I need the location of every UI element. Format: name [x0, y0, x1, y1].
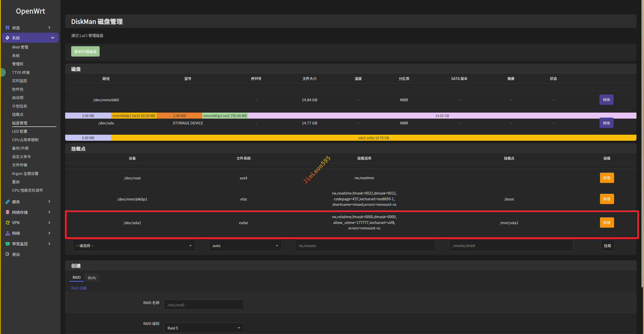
- partition-bar-sda: 4.00 MBsda1 exfat 14.76 GB: [65, 135, 636, 141]
- mount-device: /dev/root: [65, 175, 199, 180]
- submenu-item-11[interactable]: CPU占用率限制: [1, 135, 60, 144]
- partition-segment: 3.98 MB: [65, 113, 111, 119]
- partition-segment: sda1 exfat 14.76 GB: [111, 135, 636, 141]
- page-header: DiskMan 磁盘管理: [65, 14, 636, 28]
- raid-create-subtitle: RAID 创建: [71, 285, 87, 291]
- disk-temp: -: [336, 120, 381, 125]
- modify-disk-button[interactable]: 修改: [599, 94, 614, 105]
- mount-form: -- 请选择 -- auto 挂载: [65, 237, 636, 255]
- submenu-item-6[interactable]: 启动项: [1, 93, 60, 102]
- partition-segment: mmcblk0p2 ext2 750.00 MB: [202, 113, 248, 119]
- submenu-item-10[interactable]: LED 配置: [1, 127, 60, 135]
- disk-sata: -: [427, 120, 492, 125]
- dashboard-icon: [5, 25, 10, 30]
- mount-device: /dev/mmcblk0p1: [65, 196, 199, 202]
- raid-level-select[interactable]: Raid 5: [164, 323, 244, 333]
- partition-segment: 14.05 GB: [248, 113, 636, 119]
- disk-size: 14.77 GB: [284, 120, 336, 125]
- partition-segment: 4.00 MB: [65, 135, 111, 141]
- globe-lock-icon: [5, 220, 10, 225]
- sidebar-group-2[interactable]: VPN: [1, 217, 60, 228]
- sidebar-group-3[interactable]: 网络: [1, 228, 60, 238]
- submenu-item-15[interactable]: Argon 主题设置: [1, 169, 60, 178]
- mount-point-input[interactable]: [449, 240, 573, 251]
- umount-button[interactable]: 卸载: [600, 173, 614, 183]
- submenu-item-4[interactable]: 实时监控: [1, 76, 60, 85]
- database-icon: [5, 210, 10, 214]
- scrollbar-thumb[interactable]: [641, 0, 643, 287]
- mount-options-input[interactable]: [295, 240, 435, 251]
- submenu-item-17[interactable]: CPU 性能优化调节: [1, 186, 60, 195]
- table-row-mount-mmcblk0p1: /dev/mmcblk0p1 vfat rw,noatime,fmask=002…: [65, 186, 636, 212]
- sidebar-item-status[interactable]: 状态: [1, 22, 60, 33]
- rescan-section: 重新扫描磁盘: [65, 44, 636, 61]
- mounts-table-spacer: [65, 163, 636, 169]
- submenu-item-1[interactable]: 系统: [1, 51, 60, 60]
- disk-serial: -: [229, 97, 284, 102]
- disk-status: -: [530, 120, 577, 125]
- openwrt-logo: OpenWrt: [1, 0, 60, 21]
- mount-point: /boot: [441, 196, 577, 202]
- submenu-item-0[interactable]: Web 管理: [1, 43, 60, 51]
- partition-segment: 2.00 MB: [157, 113, 202, 119]
- create-section-title: 创建: [65, 260, 636, 270]
- disk-path: /dev/sda: [65, 120, 147, 125]
- gears-icon: [5, 199, 10, 204]
- raid-level-label: RAID 级别: [65, 313, 159, 333]
- table-row-mount-root: /dev/root ext4 rw,noatime 卸载: [65, 169, 636, 186]
- chevron-right-icon: [48, 232, 51, 234]
- system-submenu: Web 管理系统管理权TTYD 终端实时监控软件包启动项计划任务挂载点磁盘管理L…: [1, 43, 60, 194]
- sidebar: OpenWrt 状态 系统 Web 管理系统管理权TTYD 终端实时监控软件包启…: [1, 0, 60, 334]
- submenu-item-3[interactable]: TTYD 终端: [1, 68, 60, 77]
- mount-options-line: rw,noatime,fmask=0022,dmask=0022,: [288, 190, 441, 196]
- umount-button[interactable]: 卸载: [600, 194, 614, 204]
- monitor-pulse-icon: [5, 242, 10, 246]
- chevron-right-icon: [48, 221, 51, 224]
- mount-fs-select[interactable]: auto: [209, 240, 282, 251]
- mount-button[interactable]: 挂载: [601, 240, 614, 251]
- sidebar-group-1[interactable]: 网络存储: [1, 207, 60, 217]
- raid-level-row: RAID 级别 Raid 5: [65, 313, 636, 333]
- submenu-item-7[interactable]: 计划任务: [1, 102, 60, 110]
- sidebar-group-4[interactable]: 带宽监控: [1, 238, 60, 249]
- mount-options-line: codepage=437,iocharset=iso8859-1,: [288, 196, 441, 202]
- disk-ptable: MBR: [381, 120, 427, 125]
- raid-name-row: RAID 名称: [65, 292, 636, 313]
- submenu-item-5[interactable]: 软件包: [1, 85, 60, 93]
- tab-btrfs[interactable]: Btrfs: [85, 273, 99, 282]
- page-title: DiskMan 磁盘管理: [65, 14, 636, 28]
- mounts-section-title: 挂载点: [65, 143, 636, 153]
- disk-ptable: MBR: [381, 97, 427, 102]
- submenu-item-16[interactable]: 重启: [1, 177, 60, 186]
- rescan-disks-button[interactable]: 重新扫描磁盘: [71, 46, 100, 57]
- sidebar-groups: 服务网络存储VPN网络带宽监控退出: [1, 194, 60, 259]
- disks-table-header: 路径 型号 序列号 文件大小 温度 分区表 SATA 版本 健康 状态: [65, 74, 636, 83]
- submenu-item-12[interactable]: 备份/升级: [1, 144, 60, 152]
- disk-status: -: [530, 97, 577, 102]
- chevron-right-icon: [48, 242, 51, 245]
- submenu-item-8[interactable]: 挂载点: [1, 110, 60, 119]
- mounts-table-header: 设备 文件系统 挂载选项 挂载点 挂载: [65, 153, 636, 163]
- raid-name-input[interactable]: [164, 300, 244, 310]
- select-value: -- 请选择 --: [76, 243, 94, 248]
- disk-path: /dev/mmcblk0: [65, 97, 147, 102]
- disk-health: -: [492, 120, 530, 125]
- page-description: 通过 LuCI 管理磁盘: [71, 33, 103, 38]
- sidebar-group-0[interactable]: 服务: [1, 196, 60, 207]
- submenu-item-14[interactable]: 文件传输: [1, 161, 60, 169]
- mount-options-line: shortname=mixed,errors=remount-ro: [288, 202, 441, 207]
- submenu-item-2[interactable]: 管理权: [1, 60, 60, 68]
- sidebar-nav: 状态 系统 Web 管理系统管理权TTYD 终端实时监控软件包启动项计划任务挂载…: [1, 22, 60, 259]
- mount-device-select[interactable]: -- 请选择 --: [72, 240, 195, 251]
- mount-fs: vfat: [199, 196, 288, 202]
- modify-disk-button[interactable]: 修改: [599, 118, 614, 128]
- sidebar-group-5[interactable]: 退出: [1, 249, 60, 259]
- disk-sata: -: [427, 97, 492, 102]
- submenu-item-13[interactable]: 自定义命令: [1, 152, 60, 161]
- disk-health: -: [492, 97, 530, 102]
- sidebar-item-system[interactable]: 系统: [2, 33, 59, 43]
- submenu-item-9[interactable]: 磁盘管理: [1, 119, 60, 127]
- tab-raid[interactable]: RAID: [69, 273, 84, 282]
- chevron-right-icon: [48, 26, 51, 29]
- partition-bar-mmcblk0: 3.98 MBmmcblk0p1 fat16 50.00 MB2.00 MBmm…: [65, 113, 636, 119]
